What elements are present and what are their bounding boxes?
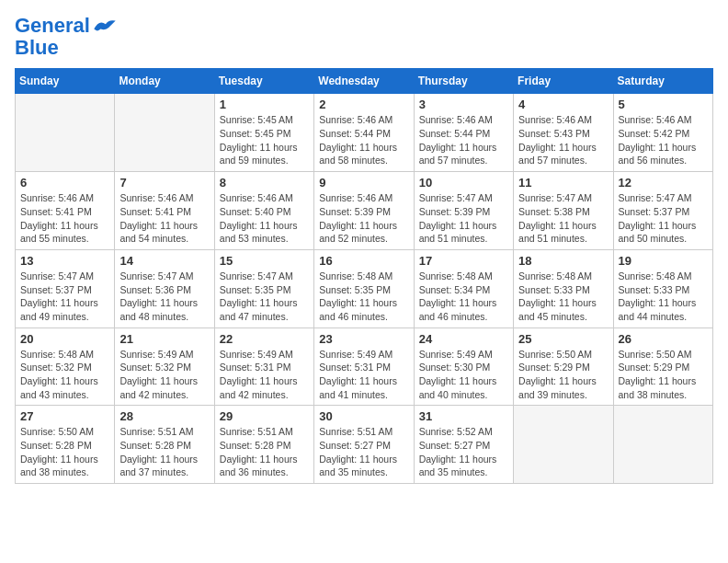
day-number: 2 (319, 98, 408, 111)
page-header: General Blue (15, 15, 713, 59)
day-number: 1 (220, 98, 309, 111)
day-detail: Sunrise: 5:52 AMSunset: 5:27 PMDaylight:… (419, 425, 508, 479)
day-number: 30 (319, 409, 408, 423)
calendar-header-friday: Friday (514, 69, 613, 94)
calendar-cell: 21Sunrise: 5:49 AMSunset: 5:32 PMDayligh… (115, 327, 214, 406)
calendar-cell: 4Sunrise: 5:46 AMSunset: 5:43 PMDaylight… (514, 94, 613, 172)
day-number: 16 (319, 254, 408, 268)
day-number: 18 (518, 254, 608, 268)
calendar-week-row: 1Sunrise: 5:45 AMSunset: 5:45 PMDaylight… (16, 94, 713, 172)
day-detail: Sunrise: 5:48 AMSunset: 5:34 PMDaylight:… (419, 270, 508, 324)
day-detail: Sunrise: 5:47 AMSunset: 5:36 PMDaylight:… (119, 270, 209, 324)
calendar-cell: 5Sunrise: 5:46 AMSunset: 5:42 PMDaylight… (613, 94, 712, 172)
calendar-cell: 19Sunrise: 5:48 AMSunset: 5:33 PMDayligh… (613, 249, 712, 327)
calendar-cell: 24Sunrise: 5:49 AMSunset: 5:30 PMDayligh… (414, 327, 513, 406)
calendar-cell: 7Sunrise: 5:46 AMSunset: 5:41 PMDaylight… (115, 172, 214, 250)
day-number: 22 (220, 332, 309, 346)
calendar-cell: 26Sunrise: 5:50 AMSunset: 5:29 PMDayligh… (613, 327, 712, 406)
calendar-header-monday: Monday (115, 69, 214, 94)
day-number: 13 (20, 254, 109, 268)
day-detail: Sunrise: 5:45 AMSunset: 5:45 PMDaylight:… (220, 113, 309, 167)
day-number: 11 (518, 176, 608, 190)
day-number: 10 (419, 176, 508, 190)
calendar-week-row: 27Sunrise: 5:50 AMSunset: 5:28 PMDayligh… (16, 406, 713, 484)
calendar-header-tuesday: Tuesday (214, 69, 313, 94)
calendar-cell: 25Sunrise: 5:50 AMSunset: 5:29 PMDayligh… (514, 327, 613, 406)
day-detail: Sunrise: 5:50 AMSunset: 5:29 PMDaylight:… (518, 348, 608, 402)
calendar-header-row: SundayMondayTuesdayWednesdayThursdayFrid… (16, 69, 713, 94)
day-detail: Sunrise: 5:49 AMSunset: 5:30 PMDaylight:… (419, 348, 508, 402)
calendar-table: SundayMondayTuesdayWednesdayThursdayFrid… (15, 68, 713, 484)
day-number: 12 (619, 176, 708, 190)
day-number: 27 (20, 409, 109, 423)
day-detail: Sunrise: 5:49 AMSunset: 5:31 PMDaylight:… (220, 348, 309, 402)
day-detail: Sunrise: 5:47 AMSunset: 5:39 PMDaylight:… (419, 191, 508, 246)
day-number: 23 (319, 332, 408, 346)
calendar-cell: 14Sunrise: 5:47 AMSunset: 5:36 PMDayligh… (115, 249, 214, 327)
day-detail: Sunrise: 5:50 AMSunset: 5:28 PMDaylight:… (20, 425, 109, 479)
day-detail: Sunrise: 5:50 AMSunset: 5:29 PMDaylight:… (619, 348, 708, 402)
calendar-cell: 20Sunrise: 5:48 AMSunset: 5:32 PMDayligh… (16, 327, 115, 406)
day-number: 31 (419, 409, 508, 423)
day-number: 28 (119, 409, 209, 423)
calendar-cell: 2Sunrise: 5:46 AMSunset: 5:44 PMDaylight… (314, 94, 414, 172)
calendar-cell: 29Sunrise: 5:51 AMSunset: 5:28 PMDayligh… (214, 406, 313, 484)
day-number: 8 (220, 176, 309, 190)
calendar-cell: 15Sunrise: 5:47 AMSunset: 5:35 PMDayligh… (214, 249, 313, 327)
calendar-cell: 6Sunrise: 5:46 AMSunset: 5:41 PMDaylight… (16, 172, 115, 250)
calendar-cell: 3Sunrise: 5:46 AMSunset: 5:44 PMDaylight… (414, 94, 513, 172)
logo-blue-text: Blue (15, 37, 59, 59)
day-detail: Sunrise: 5:48 AMSunset: 5:32 PMDaylight:… (20, 348, 109, 402)
day-number: 24 (419, 332, 508, 346)
day-detail: Sunrise: 5:46 AMSunset: 5:41 PMDaylight:… (119, 191, 209, 246)
calendar-cell (613, 406, 712, 484)
day-number: 7 (119, 176, 209, 190)
day-number: 17 (419, 254, 508, 268)
calendar-cell: 1Sunrise: 5:45 AMSunset: 5:45 PMDaylight… (214, 94, 313, 172)
calendar-cell (16, 94, 115, 172)
logo-text: General (15, 15, 90, 37)
day-number: 9 (319, 176, 408, 190)
calendar-week-row: 13Sunrise: 5:47 AMSunset: 5:37 PMDayligh… (16, 249, 713, 327)
calendar-cell: 11Sunrise: 5:47 AMSunset: 5:38 PMDayligh… (514, 172, 613, 250)
day-number: 6 (20, 176, 109, 190)
calendar-cell: 10Sunrise: 5:47 AMSunset: 5:39 PMDayligh… (414, 172, 513, 250)
calendar-cell: 12Sunrise: 5:47 AMSunset: 5:37 PMDayligh… (613, 172, 712, 250)
day-detail: Sunrise: 5:51 AMSunset: 5:28 PMDaylight:… (119, 425, 209, 479)
calendar-header-sunday: Sunday (16, 69, 115, 94)
calendar-cell: 18Sunrise: 5:48 AMSunset: 5:33 PMDayligh… (514, 249, 613, 327)
day-number: 15 (220, 254, 309, 268)
day-detail: Sunrise: 5:47 AMSunset: 5:37 PMDaylight:… (20, 270, 109, 324)
day-number: 29 (220, 409, 309, 423)
day-detail: Sunrise: 5:48 AMSunset: 5:33 PMDaylight:… (518, 270, 608, 324)
day-number: 20 (20, 332, 109, 346)
day-detail: Sunrise: 5:46 AMSunset: 5:43 PMDaylight:… (518, 113, 608, 167)
day-number: 19 (619, 254, 708, 268)
day-detail: Sunrise: 5:47 AMSunset: 5:35 PMDaylight:… (220, 270, 309, 324)
calendar-cell: 9Sunrise: 5:46 AMSunset: 5:39 PMDaylight… (314, 172, 414, 250)
calendar-header-thursday: Thursday (414, 69, 513, 94)
calendar-header-saturday: Saturday (613, 69, 712, 94)
day-number: 3 (419, 98, 508, 111)
calendar-cell: 30Sunrise: 5:51 AMSunset: 5:27 PMDayligh… (314, 406, 414, 484)
day-detail: Sunrise: 5:46 AMSunset: 5:42 PMDaylight:… (619, 113, 708, 167)
day-detail: Sunrise: 5:47 AMSunset: 5:37 PMDaylight:… (619, 191, 708, 246)
day-detail: Sunrise: 5:47 AMSunset: 5:38 PMDaylight:… (518, 191, 608, 246)
day-detail: Sunrise: 5:46 AMSunset: 5:40 PMDaylight:… (220, 191, 309, 246)
day-number: 4 (518, 98, 608, 111)
day-detail: Sunrise: 5:46 AMSunset: 5:41 PMDaylight:… (20, 191, 109, 246)
calendar-cell: 16Sunrise: 5:48 AMSunset: 5:35 PMDayligh… (314, 249, 414, 327)
day-number: 25 (518, 332, 608, 346)
calendar-cell: 22Sunrise: 5:49 AMSunset: 5:31 PMDayligh… (214, 327, 313, 406)
day-detail: Sunrise: 5:49 AMSunset: 5:31 PMDaylight:… (319, 348, 408, 402)
logo: General Blue (15, 15, 118, 59)
calendar-cell: 13Sunrise: 5:47 AMSunset: 5:37 PMDayligh… (16, 249, 115, 327)
day-number: 5 (619, 98, 708, 111)
calendar-cell: 27Sunrise: 5:50 AMSunset: 5:28 PMDayligh… (16, 406, 115, 484)
day-detail: Sunrise: 5:49 AMSunset: 5:32 PMDaylight:… (119, 348, 209, 402)
calendar-cell: 31Sunrise: 5:52 AMSunset: 5:27 PMDayligh… (414, 406, 513, 484)
day-number: 21 (119, 332, 209, 346)
day-detail: Sunrise: 5:51 AMSunset: 5:27 PMDaylight:… (319, 425, 408, 479)
calendar-header-wednesday: Wednesday (314, 69, 414, 94)
day-number: 26 (619, 332, 708, 346)
